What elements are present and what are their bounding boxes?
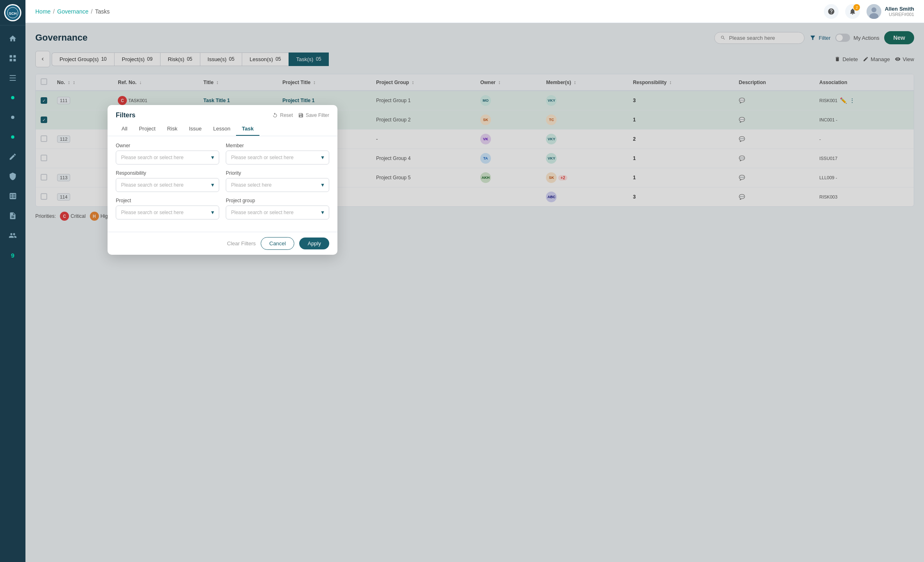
breadcrumb-sep-1: / [53, 8, 55, 15]
breadcrumb-current: Tasks [95, 8, 110, 15]
filter-form: Owner Please search or select here ▼ Mem… [108, 136, 337, 232]
responsibility-select[interactable]: Please search or select here [116, 178, 219, 192]
owner-label: Owner [116, 143, 219, 148]
svg-rect-2 [10, 55, 12, 58]
sidebar-item-dashboard[interactable] [0, 48, 25, 68]
svg-point-7 [871, 7, 876, 12]
filter-field-priority: Priority Please select here ▼ [226, 170, 329, 192]
project-label: Project [116, 198, 219, 203]
sidebar-logo[interactable]: SCH [0, 0, 25, 25]
user-ref: USREF#001 [885, 12, 914, 17]
apply-button[interactable]: Apply [299, 238, 329, 249]
filter-row-2: Responsibility Please search or select h… [116, 170, 329, 192]
filter-tab-lesson[interactable]: Lesson [207, 122, 236, 136]
svg-rect-4 [10, 59, 12, 62]
filter-field-project-group: Project group Please search or select he… [226, 198, 329, 219]
filter-field-project: Project Please search or select here ▼ [116, 198, 219, 219]
reset-label: Reset [280, 112, 293, 118]
svg-rect-3 [14, 55, 16, 58]
filter-row-3: Project Please search or select here ▼ P… [116, 198, 329, 219]
filter-tab-all[interactable]: All [116, 122, 133, 136]
user-text: Allen Smith USREF#001 [885, 6, 914, 17]
app-logo: SCH [5, 5, 20, 20]
cancel-button[interactable]: Cancel [261, 237, 294, 250]
sidebar-item-shield[interactable] [0, 167, 25, 186]
top-nav-right: 2 Allen Smith USREF#001 [824, 4, 914, 19]
top-nav: Home / Governance / Tasks 2 [25, 0, 924, 23]
notifications-button[interactable]: 2 [845, 4, 860, 19]
filter-tab-risk[interactable]: Risk [161, 122, 183, 136]
filter-modal-header: Filters Reset Save Filter [108, 105, 337, 122]
filter-modal: Filters Reset Save Filter [108, 105, 337, 255]
project-group-select-wrap: Please search or select here ▼ [226, 206, 329, 219]
sidebar: SCH [0, 0, 25, 562]
member-label: Member [226, 143, 329, 148]
user-info[interactable]: Allen Smith USREF#001 [867, 4, 914, 19]
sidebar-item-home[interactable] [0, 29, 25, 48]
filter-modal-actions: Reset Save Filter [272, 112, 329, 118]
project-select-wrap: Please search or select here ▼ [116, 206, 219, 219]
project-select[interactable]: Please search or select here [116, 206, 219, 219]
member-select-wrap: Please search or select here ▼ [226, 151, 329, 164]
help-button[interactable] [824, 4, 839, 19]
priority-select[interactable]: Please select here [226, 178, 329, 192]
sidebar-item-edit[interactable] [0, 147, 25, 167]
sidebar-item-projects[interactable] [0, 68, 25, 88]
sidebar-item-4[interactable] [0, 88, 25, 107]
breadcrumb-home[interactable]: Home [35, 8, 50, 15]
filter-modal-footer: Clear Filters Cancel Apply [108, 232, 337, 255]
breadcrumb: Home / Governance / Tasks [35, 8, 110, 15]
filter-tab-task[interactable]: Task [236, 122, 259, 136]
modal-overlay[interactable]: Filters Reset Save Filter [25, 23, 924, 562]
priority-label: Priority [226, 170, 329, 176]
priority-select-wrap: Please select here ▼ [226, 178, 329, 192]
save-icon [298, 112, 304, 118]
sidebar-item-6[interactable] [0, 127, 25, 147]
owner-select-wrap: Please search or select here ▼ [116, 151, 219, 164]
filter-tabs: All Project Risk Issue Lesson Task [108, 122, 337, 136]
project-group-label: Project group [226, 198, 329, 203]
svg-rect-5 [14, 59, 16, 62]
filter-tab-project[interactable]: Project [133, 122, 161, 136]
reset-button[interactable]: Reset [272, 112, 293, 118]
filter-modal-title: Filters [116, 112, 135, 119]
notification-badge: 2 [853, 4, 860, 11]
owner-select[interactable]: Please search or select here [116, 151, 219, 164]
filter-field-responsibility: Responsibility Please search or select h… [116, 170, 219, 192]
sidebar-item-file[interactable] [0, 206, 25, 226]
filter-field-member: Member Please search or select here ▼ [226, 143, 329, 164]
filter-row-1: Owner Please search or select here ▼ Mem… [116, 143, 329, 164]
member-select[interactable]: Please search or select here [226, 151, 329, 164]
filter-tab-issue[interactable]: Issue [183, 122, 207, 136]
clear-filters-button[interactable]: Clear Filters [227, 240, 256, 247]
breadcrumb-governance[interactable]: Governance [57, 8, 88, 15]
save-filter-label: Save Filter [306, 112, 329, 118]
sidebar-item-5[interactable] [0, 107, 25, 127]
svg-text:SCH: SCH [9, 11, 16, 16]
project-group-select[interactable]: Please search or select here [226, 206, 329, 219]
main-area: Home / Governance / Tasks 2 [25, 0, 924, 562]
save-filter-button[interactable]: Save Filter [298, 112, 329, 118]
sidebar-item-group[interactable] [0, 226, 25, 245]
sidebar-item-table[interactable] [0, 186, 25, 206]
sidebar-item-number[interactable]: 9 [0, 245, 25, 265]
breadcrumb-sep-2: / [91, 8, 93, 15]
user-avatar [867, 4, 881, 19]
filter-field-owner: Owner Please search or select here ▼ [116, 143, 219, 164]
responsibility-label: Responsibility [116, 170, 219, 176]
page-content: Governance Filter My Actions [25, 23, 924, 562]
responsibility-select-wrap: Please search or select here ▼ [116, 178, 219, 192]
sidebar-nav: 9 [0, 25, 25, 562]
user-name: Allen Smith [885, 6, 914, 12]
reset-icon [272, 112, 278, 118]
